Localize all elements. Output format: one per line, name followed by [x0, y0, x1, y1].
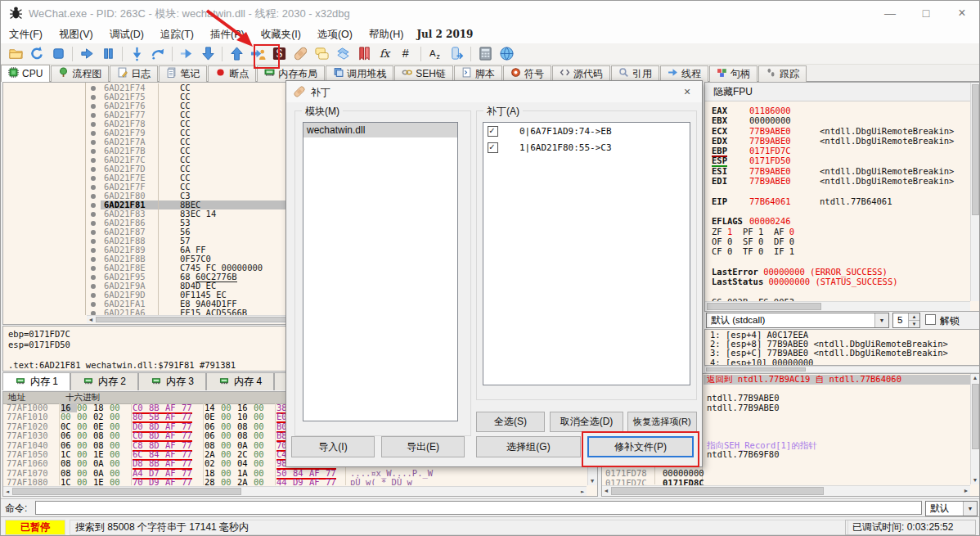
register-row[interactable]: LastError 00000000 (ERROR_SUCCESS): [705, 267, 970, 277]
restart-icon[interactable]: [27, 45, 47, 63]
execute-till-return-icon[interactable]: [198, 45, 218, 63]
tab-cpu[interactable]: CPU: [1, 65, 50, 82]
breakpoint-dot-icon[interactable]: [86, 209, 101, 218]
tab-trace[interactable]: 跟踪: [758, 65, 807, 82]
tab-references[interactable]: 引用: [611, 65, 659, 82]
breakpoint-dot-icon[interactable]: [86, 236, 101, 245]
menu-item[interactable]: 文件(F): [1, 25, 51, 44]
breakpoint-dot-icon[interactable]: [86, 227, 101, 236]
breakpoint-dot-icon[interactable]: [86, 83, 101, 92]
step-over-icon[interactable]: [148, 45, 168, 63]
dump-hscrollbar[interactable]: ◄►: [3, 486, 587, 496]
tab-memmap[interactable]: 内存布局: [257, 65, 325, 82]
step-into-icon[interactable]: [127, 45, 146, 63]
stack-vscrollbar[interactable]: ▲▼: [970, 374, 980, 484]
patch-list[interactable]: 0|6A7F1AD9:74->EB1|6AD21F80:55->C3: [483, 122, 690, 385]
breakpoint-dot-icon[interactable]: [86, 173, 101, 182]
calling-convention-select[interactable]: 默认 (stdcall) ▼: [706, 313, 889, 328]
breakpoint-dot-icon[interactable]: [86, 101, 101, 110]
stack-comment-row[interactable]: ntdll.77B69F80: [704, 450, 970, 460]
stack-comment-row[interactable]: [704, 412, 970, 422]
registers-vscrollbar[interactable]: [970, 83, 980, 301]
tab-callstack[interactable]: 调用堆栈: [326, 65, 393, 82]
module-list-item[interactable]: wechatwin.dll: [303, 123, 457, 137]
breakpoint-dot-icon[interactable]: [86, 110, 101, 119]
tab-breakpoint[interactable]: 断点: [208, 65, 256, 82]
breakpoint-dot-icon[interactable]: [86, 191, 101, 200]
breakpoint-dot-icon[interactable]: [86, 119, 101, 128]
scroll-left-icon[interactable]: ◄: [602, 487, 610, 495]
register-row[interactable]: EDX77B9ABE0<ntdll.DbgUiRemoteBreakin>: [705, 136, 970, 146]
tab-source[interactable]: 源代码: [552, 65, 610, 82]
minimize-button[interactable]: —: [878, 3, 902, 23]
breakpoint-dot-icon[interactable]: [86, 92, 101, 101]
register-row[interactable]: [705, 186, 970, 196]
tab-handles[interactable]: 句柄: [709, 65, 757, 82]
menu-item[interactable]: 调试(D): [101, 25, 152, 44]
spinner-down-icon[interactable]: ▼: [908, 320, 919, 328]
patch-checkbox[interactable]: [488, 126, 498, 137]
tab-log[interactable]: 日志: [110, 65, 158, 82]
tab-graph[interactable]: 流程图: [51, 65, 109, 82]
breakpoint-dot-icon[interactable]: [86, 282, 101, 291]
scroll-right-icon[interactable]: ►: [578, 488, 587, 496]
dump-tab[interactable]: 内存 4: [206, 372, 274, 390]
comments-icon[interactable]: [312, 45, 331, 63]
dump-tab[interactable]: 内存 1: [2, 372, 70, 390]
tab-symbols[interactable]: 符号: [503, 65, 551, 82]
stack-comment-row[interactable]: [704, 422, 970, 432]
register-row[interactable]: EDI77B9ABE0<ntdll.DbgUiRemoteBreakin>: [705, 176, 970, 186]
tab-notes[interactable]: 笔记: [159, 65, 207, 82]
stack-comment-row[interactable]: [704, 460, 970, 470]
maximize-button[interactable]: □: [914, 3, 938, 23]
hide-fpu-button[interactable]: 隐藏FPU: [705, 83, 980, 101]
breakpoint-dot-icon[interactable]: [86, 128, 101, 137]
breakpoint-dot-icon[interactable]: [86, 273, 101, 282]
breakpoint-dot-icon[interactable]: [86, 263, 101, 273]
labels-icon[interactable]: [333, 45, 353, 63]
scroll-down-icon[interactable]: ▼: [971, 476, 979, 484]
command-mode-select[interactable]: 默认 ▼: [925, 501, 978, 516]
stop-icon[interactable]: [48, 45, 68, 63]
run-to-icon[interactable]: [177, 45, 196, 63]
dump-tab[interactable]: 内存 2: [70, 372, 138, 390]
menu-item[interactable]: 选项(O): [309, 25, 361, 44]
breakpoint-dot-icon[interactable]: [86, 300, 101, 309]
patch-file-button[interactable]: 修补文件(P): [587, 436, 694, 457]
breakpoint-dot-icon[interactable]: [86, 245, 101, 254]
breakpoint-dot-icon[interactable]: [86, 182, 101, 191]
scroll-down-icon[interactable]: ▼: [588, 477, 596, 485]
patch-list-item[interactable]: 1|6AD21F80:55->C3: [483, 139, 690, 155]
scroll-up-icon[interactable]: ▲: [971, 374, 979, 382]
stack-comment-row[interactable]: [704, 431, 970, 441]
register-row[interactable]: EBP0171FD7C: [705, 146, 970, 155]
hash-icon[interactable]: #: [397, 45, 416, 63]
pause-icon[interactable]: [98, 45, 118, 63]
run-icon[interactable]: [77, 45, 97, 63]
argument-count-stepper[interactable]: 5 ▲ ▼: [892, 313, 920, 328]
breakpoint-dot-icon[interactable]: [86, 146, 101, 155]
register-row[interactable]: LastStatus 00000000 (STATUS_SUCCESS): [705, 277, 970, 286]
patch-list-item[interactable]: 0|6A7F1AD9:74->EB: [483, 123, 690, 139]
stack-comment-row[interactable]: 返回到 ntdll.77B9AC19 自 ntdll.77B64060: [704, 375, 970, 385]
scroll-left-icon[interactable]: ◄: [3, 488, 11, 496]
chevron-down-icon[interactable]: ▼: [874, 313, 888, 327]
open-icon[interactable]: [6, 45, 25, 63]
menu-item[interactable]: 追踪(T): [152, 25, 202, 44]
deselect-all-button[interactable]: 取消全选(D): [550, 412, 623, 432]
scroll-right-icon[interactable]: ►: [962, 487, 970, 495]
menu-item[interactable]: 视图(V): [51, 25, 101, 44]
register-row[interactable]: CF 0 TF 0 IF 1: [705, 246, 970, 256]
stack-comment-row[interactable]: ntdll.77B9ABE0: [704, 394, 970, 403]
breakpoint-dot-icon[interactable]: [86, 164, 101, 173]
patch-icon[interactable]: [290, 45, 310, 63]
attach-icon[interactable]: [248, 45, 267, 63]
breakpoint-dot-icon[interactable]: [86, 218, 101, 227]
stack-row[interactable]: 0171FD7800000000: [605, 469, 702, 478]
register-row[interactable]: [705, 286, 970, 296]
tab-script[interactable]: 脚本: [454, 65, 502, 82]
breakpoint-dot-icon[interactable]: [86, 200, 101, 209]
register-row[interactable]: EIP77B64061ntdll.77B64061: [705, 196, 970, 206]
patch-checkbox[interactable]: [488, 142, 498, 153]
stack-comment-row[interactable]: ntdll.77B9ABE0: [704, 403, 970, 413]
